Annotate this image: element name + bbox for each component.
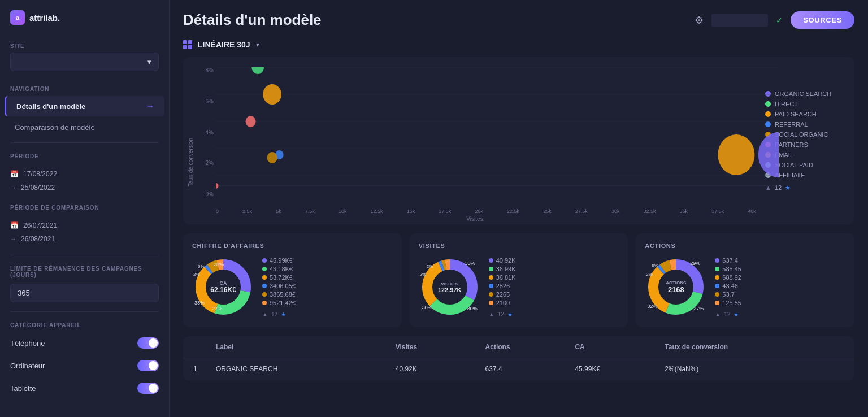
svg-point-10 [267, 152, 277, 163]
legend-label-social-organic: SOCIAL ORGANIC [775, 131, 828, 138]
act-star-icon: ★ [734, 311, 739, 318]
donut-ca-chart: CA 62.16K€ 28% 27% 33% 2% 6% [192, 256, 254, 318]
row-1-num: 1 [193, 365, 216, 373]
y-ticks: 8% 6% 4% 2% 0% [193, 67, 214, 197]
scatter-chart-area: Taux de conversion [183, 57, 854, 224]
comp-end: 26/08/2021 [21, 235, 55, 243]
date-end-row: → 25/08/2022 [10, 181, 159, 194]
tablette-toggle[interactable] [137, 383, 159, 394]
ordinateur-toggle[interactable] [137, 360, 159, 371]
donut-actions-value: 2168 [666, 285, 686, 294]
periode-section: 📅 17/08/2022 → 25/08/2022 [0, 163, 169, 199]
periode-label: PÉRIODE [0, 153, 169, 163]
svg-point-13 [216, 183, 219, 189]
donut-visites-value: 122.97K [438, 286, 462, 293]
act-footer-num: 12 [724, 311, 730, 318]
ca-legend-2: 43.18K€ [262, 266, 393, 272]
telephone-toggle[interactable] [137, 337, 159, 349]
vis-legend-4: 2826 [489, 283, 619, 289]
act-legend-1: 637.4 [715, 257, 845, 264]
table-row: 1 ORGANIC SEARCH 40.92K 637.4 45.99K€ 2%… [183, 358, 854, 380]
legend-label-organic: ORGANIC SEARCH [775, 90, 831, 97]
pct-33: 33% [194, 300, 205, 306]
tablette-toggle-row: Tablette [0, 377, 169, 399]
pct-28: 28% [214, 262, 224, 267]
chart-chevron-icon: ▾ [256, 41, 259, 49]
donut-visites-label: VISITES [438, 281, 462, 286]
ordinateur-label: Ordinateur [10, 362, 45, 370]
panel-visites-content: VISITES 122.97K 33% 30% 30% 2% 2% 40.92K… [419, 256, 619, 318]
legend-label-partners: PARTNERS [775, 141, 808, 148]
ca-legend-1: 45.99K€ [262, 257, 393, 264]
vis-pct-33: 33% [465, 260, 475, 266]
main-content: Détails d'un modèle ⚙ ✓ SOURCES LINÉAIRE… [170, 0, 868, 417]
navigation-label: NAVIGATION [0, 86, 169, 95]
date-start: 17/08/2022 [23, 170, 57, 178]
panel-actions-content: ACTIONS 2168 29% 27% 32% 2% 6% 637.4 585… [645, 256, 845, 318]
donut-ca-label: CA [210, 280, 236, 286]
page-title: Détails d'un modèle [183, 11, 322, 29]
sidebar-item-comparaison[interactable]: Comparaison de modèle [5, 118, 164, 137]
remanence-input[interactable] [10, 284, 159, 302]
panel-actions: ACTIONS ACTIONS 2168 [636, 233, 854, 327]
ca-legend-6: 9521.42€ [262, 299, 393, 306]
logo: a attrilab. [0, 10, 169, 37]
ca-legend-5: 3865.68€ [262, 291, 393, 298]
vis-pct-2b: 2% [427, 264, 433, 269]
donut-actions-label: ACTIONS [666, 280, 686, 285]
donut-actions-legend: 637.4 585.45 688.92 43.46 53.7 [715, 257, 845, 318]
logo-icon: a [10, 10, 25, 25]
site-section-label: SITE [0, 43, 169, 53]
donut-row: CHIFFRE D'AFFAIRES CA 6 [183, 233, 854, 327]
row-1-visites: 40.92K [396, 365, 485, 373]
sidebar-item-details[interactable]: Détails d'un modèle → [5, 96, 164, 116]
row-1-ca: 45.99K€ [575, 365, 665, 373]
divider-3 [10, 311, 159, 312]
svg-point-6 [251, 67, 264, 74]
comp-start-row: 📅 26/07/2021 [10, 219, 159, 232]
chart-selector[interactable]: LINÉAIRE 30J ▾ [183, 40, 854, 49]
sources-button[interactable]: SOURCES [791, 11, 854, 29]
device-label: CATÉGORIE APPAREIL [0, 322, 169, 332]
legend-label-affiliate: AFFILIATE [775, 172, 805, 179]
act-pct-32: 32% [647, 303, 657, 309]
donut-ca-center: CA 62.16K€ [210, 280, 236, 294]
svg-point-12 [758, 132, 779, 177]
logo-text: attrilab. [29, 13, 60, 23]
act-pct-2: 2% [646, 272, 653, 277]
row-1-actions: 637.4 [485, 365, 575, 373]
legend-label-social-paid: SOCIAL PAID [775, 162, 813, 168]
donut-visites-legend: 40.92K 36.99K 36.81K 2826 2265 [489, 257, 619, 318]
ca-triangle-icon: ▲ [262, 311, 268, 318]
donut-visites-center: VISITES 122.97K [438, 281, 462, 293]
svg-point-7 [263, 84, 281, 105]
chart-label: LINÉAIRE 30J [198, 40, 250, 49]
header-bar [711, 14, 768, 27]
donut-actions-footer: ▲ 12 ★ [715, 311, 845, 318]
checkmark-icon: ✓ [776, 16, 783, 25]
site-dropdown[interactable]: ▾ [10, 53, 159, 71]
vis-pct-30a: 30% [467, 306, 478, 311]
act-legend-4: 43.46 [715, 283, 845, 289]
comp-start: 26/07/2021 [23, 221, 57, 229]
vis-pct-2a: 2% [420, 272, 427, 277]
legend-label-referral: REFERRAL [775, 121, 808, 128]
act-legend-2: 585.45 [715, 266, 845, 272]
donut-ca-value: 62.16K€ [210, 286, 236, 294]
header-right: ⚙ ✓ SOURCES [695, 11, 854, 29]
svg-point-11 [718, 134, 754, 175]
nav-arrow-icon: → [146, 102, 154, 111]
gear-icon[interactable]: ⚙ [695, 14, 704, 27]
panel-visites-title: VISITES [419, 242, 619, 249]
calendar-icon-2: 📅 [10, 221, 19, 229]
ca-star-icon: ★ [281, 311, 286, 318]
pct-27: 27% [212, 306, 222, 311]
table-header: Label Visites Actions CA Taux de convers… [183, 336, 854, 358]
donut-visites-chart: VISITES 122.97K 33% 30% 30% 2% 2% [419, 256, 481, 318]
panel-actions-title: ACTIONS [645, 242, 845, 249]
ca-legend-3: 53.72K€ [262, 274, 393, 281]
x-axis-label: Visites [466, 216, 483, 222]
vis-triangle-icon: ▲ [489, 311, 494, 318]
act-legend-5: 53.7 [715, 291, 845, 298]
donut-ca-footer: ▲ 12 ★ [262, 311, 393, 318]
